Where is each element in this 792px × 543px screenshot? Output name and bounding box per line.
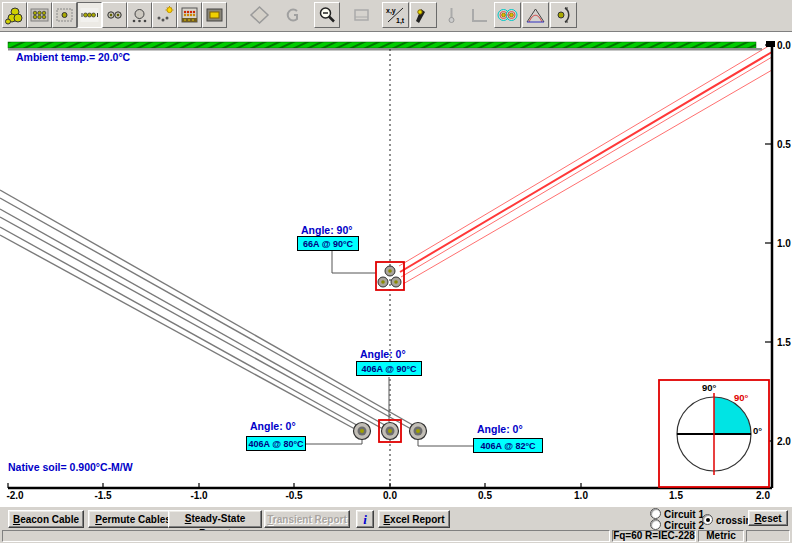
crossing-cross-section-canvas[interactable]: Ambient temp.= 20.0°C Native soil= 0.900…	[0, 32, 792, 506]
center-rating-badge: 406A @ 90°C	[356, 361, 422, 376]
trough-button[interactable]	[202, 2, 227, 28]
trefoil-cables-icon	[4, 5, 25, 25]
duct-bank-button[interactable]	[77, 2, 102, 28]
pin-button	[438, 2, 465, 28]
duct-grid-button[interactable]	[27, 2, 52, 28]
buried-cable-button[interactable]	[127, 2, 152, 28]
diamond-button	[246, 2, 272, 28]
info-button[interactable]: i	[356, 510, 374, 528]
g-function-button	[280, 2, 306, 28]
svg-text:1,t: 1,t	[396, 17, 405, 25]
trefoil-cables-button[interactable]	[2, 2, 27, 28]
corner-button	[466, 2, 493, 28]
zoom-out-button[interactable]	[314, 2, 340, 28]
circuit2-radio-circle[interactable]	[650, 519, 661, 530]
units-panel: Metric	[698, 530, 744, 542]
frequency-standard-panel: Fq=60 R=IEC-228	[612, 530, 696, 542]
contour-plot-icon	[497, 5, 518, 25]
single-cable-button[interactable]	[52, 2, 77, 28]
ambient-temp-label: Ambient temp.= 20.0°C	[16, 51, 130, 63]
svg-text:x,y: x,y	[386, 7, 396, 15]
canvas-drawing	[0, 32, 792, 506]
excel-report-button[interactable]: Excel Report	[378, 510, 450, 528]
reset-button[interactable]: Reset	[748, 510, 788, 526]
cable-pair-button[interactable]	[102, 2, 127, 28]
ground-surface-strip	[8, 42, 756, 48]
compass-90-top-label: 90°	[702, 382, 716, 393]
status-bar: Fq=60 R=IEC-228 Metric	[0, 530, 792, 543]
trough-icon	[204, 5, 225, 25]
zoom-out-icon	[317, 5, 338, 25]
crossing-angle-label: Angle: 90°	[301, 224, 352, 236]
contour-plot-button[interactable]	[494, 2, 521, 28]
duct-grid-icon	[29, 5, 50, 25]
frame-icon	[351, 5, 372, 25]
xy-lt-button[interactable]: x,y1,t	[382, 2, 409, 28]
cable-crossing-app-window: { "toolbar": { "icons": ["trefoil-cables…	[0, 0, 792, 543]
flat-cable-group[interactable]	[354, 420, 427, 442]
cable-pair-icon	[104, 5, 125, 25]
compass-0-label: 0°	[753, 425, 762, 436]
right-angle-label: Angle: 0°	[477, 423, 523, 435]
probe-icon	[413, 5, 434, 25]
native-soil-label: Native soil= 0.900°C-M/W	[8, 461, 133, 473]
circuit1-radio-circle[interactable]	[650, 508, 661, 519]
pin-icon	[441, 5, 462, 25]
toolbar: x,y1,t	[0, 0, 792, 32]
xy-lt-icon: x,y1,t	[385, 5, 407, 25]
buried-cable-icon	[129, 5, 150, 25]
probe-button[interactable]	[410, 2, 437, 28]
crossing-radio-circle[interactable]	[702, 514, 713, 525]
transient-report-button: Transient Report	[264, 510, 350, 528]
center-angle-label: Angle: 0°	[360, 348, 406, 360]
circuit-cables-gray[interactable]	[0, 190, 420, 434]
temperature-curve-button[interactable]	[522, 2, 549, 28]
duct-bank-icon	[79, 5, 100, 25]
temperature-curve-icon	[525, 5, 546, 25]
circuit-cables-red[interactable]	[399, 44, 772, 284]
backfill-icon	[179, 5, 200, 25]
multi-install-sun-icon	[154, 5, 175, 25]
frame-button	[348, 2, 374, 28]
corner-icon	[469, 5, 490, 25]
single-cable-icon	[54, 5, 75, 25]
permute-cables-button[interactable]: Permute Cables	[88, 510, 178, 528]
bottom-control-bar: Beacon Cable Permute Cables Steady-State…	[0, 506, 792, 531]
compass-90-angle-label: 90°	[734, 392, 748, 403]
steady-state-report-button[interactable]: Steady-State Report	[168, 510, 262, 528]
right-rating-badge: 406A @ 82°C	[473, 438, 543, 453]
multi-install-sun-button[interactable]	[152, 2, 177, 28]
g-function-icon	[283, 5, 304, 25]
status-message-panel	[2, 530, 610, 542]
left-angle-label: Angle: 0°	[250, 420, 296, 432]
beacon-cable-button[interactable]: Beacon Cable	[8, 510, 84, 528]
crossing-rating-badge: 66A @ 90°C	[297, 236, 359, 251]
left-rating-badge: 406A @ 80°C	[246, 436, 306, 451]
status-spare-panel	[746, 530, 790, 542]
cable-clamp-icon	[553, 5, 574, 25]
cable-clamp-button[interactable]	[550, 2, 577, 28]
backfill-button[interactable]	[177, 2, 202, 28]
diamond-icon	[249, 5, 270, 25]
